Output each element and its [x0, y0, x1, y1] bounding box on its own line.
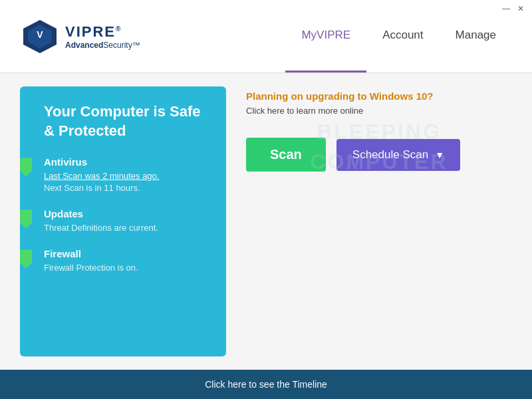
- antivirus-title: Antivirus: [44, 156, 207, 168]
- firewall-text: Firewall Protection is on.: [44, 263, 138, 273]
- firewall-indicator: [20, 249, 32, 268]
- updates-text: Threat Definitions are current.: [44, 223, 158, 233]
- svg-text:V: V: [37, 29, 43, 40]
- updates-title: Updates: [44, 208, 207, 219]
- scan-button[interactable]: Scan: [246, 138, 326, 172]
- tab-account[interactable]: Account: [366, 0, 439, 72]
- logo-text: VIPRE® AdvancedSecurity™: [65, 23, 140, 50]
- antivirus-status: Antivirus Last Scan was 2 minutes ago. N…: [44, 156, 207, 194]
- main-content: Your Computer is Safe & Protected Antivi…: [0, 73, 532, 370]
- updates-indicator: [20, 209, 32, 228]
- dropdown-arrow-icon: ▼: [435, 150, 444, 160]
- close-button[interactable]: ✕: [516, 4, 525, 13]
- upgrade-link[interactable]: Click here to learn more online: [246, 106, 363, 116]
- right-panel: BLEEPINGCOMPUTER Planning on upgrading t…: [246, 86, 512, 356]
- nav-tabs: MyVIPRE Account Manage: [285, 0, 512, 72]
- status-panel: Your Computer is Safe & Protected Antivi…: [20, 86, 226, 356]
- tab-myvipre[interactable]: MyVIPRE: [285, 0, 366, 72]
- firewall-title: Firewall: [44, 248, 207, 259]
- schedule-scan-button[interactable]: Schedule Scan ▼: [336, 139, 460, 171]
- title-bar: — ✕: [495, 0, 532, 17]
- action-buttons: Scan Schedule Scan ▼: [246, 138, 512, 172]
- header: V VIPRE® AdvancedSecurity™ MyVIPRE Accou…: [0, 0, 532, 73]
- firewall-status: Firewall Firewall Protection is on.: [44, 248, 207, 273]
- panel-title: Your Computer is Safe & Protected: [44, 102, 207, 140]
- vipre-logo-icon: V: [20, 17, 60, 57]
- upgrade-notice: Planning on upgrading to Windows 10? Cli…: [246, 90, 512, 116]
- antivirus-indicator: [20, 158, 32, 176]
- minimize-button[interactable]: —: [501, 4, 511, 13]
- timeline-footer[interactable]: Click here to see the Timeline: [0, 370, 532, 399]
- upgrade-title: Planning on upgrading to Windows 10?: [246, 90, 512, 102]
- antivirus-last-scan-link[interactable]: Last Scan was 2 minutes ago.: [44, 171, 159, 181]
- antivirus-next-scan-text: Next Scan is in 11 hours.: [44, 183, 140, 193]
- logo-area: V VIPRE® AdvancedSecurity™: [20, 17, 140, 57]
- schedule-scan-label: Schedule Scan: [352, 148, 428, 162]
- updates-status: Updates Threat Definitions are current.: [44, 208, 207, 233]
